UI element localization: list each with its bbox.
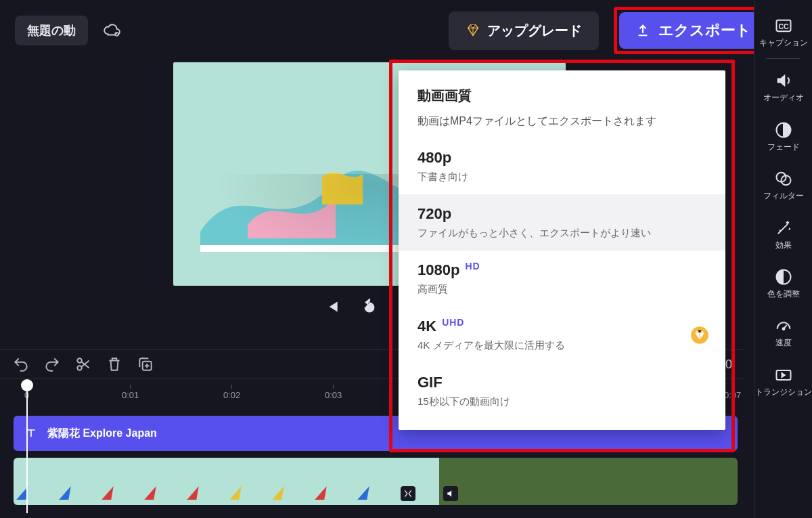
export-option-4k[interactable]: 4KUHD 4K メディアを最大限に活用する [399, 307, 725, 363]
prev-frame-button[interactable] [321, 297, 342, 317]
sidebar-label: キャプション [759, 38, 808, 47]
svg-point-7 [782, 328, 784, 330]
upload-icon [635, 23, 650, 38]
filter-icon [774, 169, 793, 188]
sidebar-item-color[interactable]: 色を調整 [754, 261, 812, 307]
cc-icon: CC [774, 16, 793, 35]
diamond-icon [466, 23, 480, 38]
ruler-tick: 0:01 [122, 385, 139, 400]
cloud-sync-icon[interactable] [103, 22, 120, 39]
property-sidebar: CC キャプション オーディオ フェード フィルター 効果 色を調整 速度 トラ… [754, 0, 812, 518]
top-bar: 無題の動 アップグレード エクスポート [0, 0, 812, 61]
transition-icon [774, 366, 793, 385]
sidebar-label: フェード [767, 142, 800, 152]
export-option-gif[interactable]: GIF 15秒以下の動画向け [399, 363, 725, 419]
sidebar-item-captions[interactable]: CC キャプション [754, 9, 812, 56]
hd-badge: HD [465, 261, 480, 272]
split-button[interactable] [74, 355, 92, 373]
sidebar-item-filter[interactable]: フィルター [754, 163, 812, 209]
export-panel-subtitle: 動画はMP4ファイルとしてエクスポートされます [418, 114, 706, 129]
sidebar-item-effects[interactable]: 効果 [754, 212, 812, 258]
undo-button[interactable] [12, 355, 30, 373]
rewind-5-button[interactable]: 5 [359, 297, 380, 317]
ruler-tick: 0:07 [724, 385, 741, 400]
ruler-tick: 0:02 [223, 385, 240, 400]
playhead[interactable] [20, 379, 34, 515]
sidebar-label: トランジション [755, 387, 812, 397]
export-option-720p[interactable]: 720p ファイルがもっと小さく、エクスポートがより速い [399, 194, 725, 251]
expand-icon[interactable] [401, 486, 415, 501]
sidebar-label: フィルター [763, 191, 804, 200]
project-title[interactable]: 無題の動 [15, 16, 88, 45]
mute-icon[interactable] [443, 486, 458, 501]
delete-button[interactable] [106, 355, 123, 373]
speaker-icon [774, 71, 793, 90]
sidebar-item-fade[interactable]: フェード [754, 114, 812, 160]
uhd-badge: UHD [442, 317, 464, 328]
upgrade-label: アップグレード [487, 22, 582, 40]
sidebar-label: 速度 [775, 338, 792, 347]
svg-text:5: 5 [368, 305, 371, 311]
sidebar-item-speed[interactable]: 速度 [754, 309, 812, 355]
export-option-1080p[interactable]: 1080pHD 高画質 [399, 251, 725, 307]
export-label: エクスポート [658, 20, 751, 41]
sidebar-label: 効果 [775, 240, 792, 250]
premium-diamond-icon [690, 326, 709, 345]
upgrade-button[interactable]: アップグレード [449, 12, 599, 50]
export-panel-title: 動画画質 [418, 87, 706, 105]
sidebar-label: オーディオ [763, 93, 804, 102]
sidebar-item-audio[interactable]: オーディオ [754, 64, 812, 110]
ruler-tick: 0:03 [325, 385, 342, 400]
sidebar-item-transition[interactable]: トランジション [754, 359, 812, 405]
wand-icon [774, 219, 793, 238]
export-option-480p[interactable]: 480p 下書き向け [399, 138, 725, 194]
gauge-icon [774, 316, 793, 335]
fade-icon [774, 121, 793, 139]
duplicate-button[interactable] [137, 355, 154, 373]
title-clip-label: 紫陽花 Explore Japan [47, 427, 157, 441]
contrast-icon [774, 267, 793, 286]
svg-text:CC: CC [778, 22, 789, 30]
redo-button[interactable] [43, 355, 61, 373]
video-clip[interactable] [14, 458, 738, 505]
export-quality-panel: 動画画質 動画はMP4ファイルとしてエクスポートされます 480p 下書き向け … [399, 70, 725, 430]
sidebar-label: 色を調整 [767, 289, 800, 299]
